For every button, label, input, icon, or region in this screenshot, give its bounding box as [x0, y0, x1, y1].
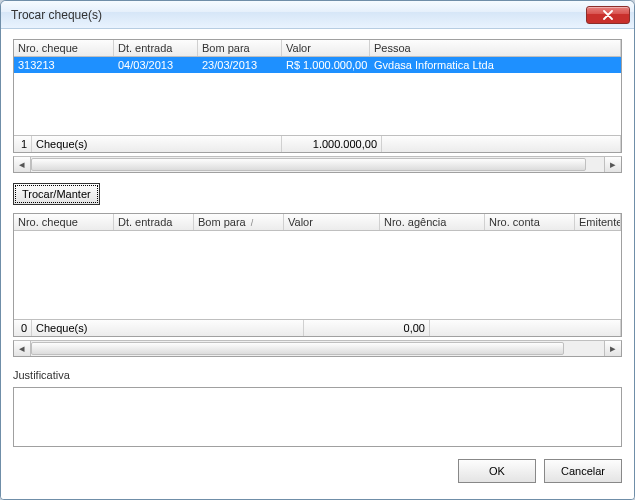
scroll-thumb[interactable]: [31, 342, 564, 355]
grid1-header-row: Nro. cheque Dt. entrada Bom para Valor P…: [14, 40, 621, 57]
grid2-count-label: Cheque(s): [32, 320, 304, 336]
grid1-col-valor[interactable]: Valor: [282, 40, 370, 56]
scroll-right-button[interactable]: ▸: [604, 341, 621, 356]
grid1-col-pessoa[interactable]: Pessoa: [370, 40, 621, 56]
grid2-count-num: 0: [14, 320, 32, 336]
grid2-col-ag[interactable]: Nro. agência: [380, 214, 485, 230]
sort-indicator-icon: /: [251, 218, 254, 228]
table-row[interactable]: 313213 04/03/2013 23/03/2013 R$ 1.000.00…: [14, 57, 621, 73]
grid1-count-label: Cheque(s): [32, 136, 282, 152]
cell-bom: 23/03/2013: [198, 57, 282, 73]
grid1-col-nro[interactable]: Nro. cheque: [14, 40, 114, 56]
grid2-col-emit[interactable]: Emitente: [575, 214, 621, 230]
trocar-manter-button[interactable]: Trocar/Manter: [13, 183, 100, 205]
grid1-count-num: 1: [14, 136, 32, 152]
scroll-left-button[interactable]: ◂: [14, 157, 31, 172]
target-cheques-grid[interactable]: Nro. cheque Dt. entrada Bom para / Valor…: [13, 213, 622, 337]
justificativa-textarea[interactable]: [13, 387, 622, 447]
grid2-body: [14, 231, 621, 319]
cell-pessoa: Gvdasa Informatica Ltda: [370, 57, 621, 73]
grid1-hscrollbar[interactable]: ◂ ▸: [13, 156, 622, 173]
grid1-col-dt[interactable]: Dt. entrada: [114, 40, 198, 56]
scroll-track[interactable]: [31, 341, 604, 356]
grid2-total: 0,00: [304, 320, 430, 336]
justificativa-label: Justificativa: [13, 367, 622, 383]
client-area: Nro. cheque Dt. entrada Bom para Valor P…: [1, 29, 634, 499]
middle-toolbar: Trocar/Manter: [13, 177, 622, 209]
grid2-header-row: Nro. cheque Dt. entrada Bom para / Valor…: [14, 214, 621, 231]
cancel-button[interactable]: Cancelar: [544, 459, 622, 483]
grid2-col-bom-label: Bom para: [198, 216, 246, 228]
grid2-foot-spacer: [430, 320, 621, 336]
ok-button[interactable]: OK: [458, 459, 536, 483]
cell-valor: R$ 1.000.000,00: [282, 57, 370, 73]
dialog-footer: OK Cancelar: [13, 451, 622, 483]
cell-nro: 313213: [14, 57, 114, 73]
source-cheques-grid[interactable]: Nro. cheque Dt. entrada Bom para Valor P…: [13, 39, 622, 153]
cell-dt: 04/03/2013: [114, 57, 198, 73]
grid1-col-bom[interactable]: Bom para: [198, 40, 282, 56]
window-title: Trocar cheque(s): [11, 8, 586, 22]
close-button[interactable]: [586, 6, 630, 24]
grid2-col-dt[interactable]: Dt. entrada: [114, 214, 194, 230]
scroll-right-button[interactable]: ▸: [604, 157, 621, 172]
grid2-hscrollbar[interactable]: ◂ ▸: [13, 340, 622, 357]
grid1-total: 1.000.000,00: [282, 136, 382, 152]
scroll-track[interactable]: [31, 157, 604, 172]
scroll-thumb[interactable]: [31, 158, 586, 171]
dialog-window: Trocar cheque(s) Nro. cheque Dt. entrada…: [0, 0, 635, 500]
grid1-foot-spacer: [382, 136, 621, 152]
grid1-body: 313213 04/03/2013 23/03/2013 R$ 1.000.00…: [14, 57, 621, 135]
grid2-footer: 0 Cheque(s) 0,00: [14, 319, 621, 336]
titlebar: Trocar cheque(s): [1, 1, 634, 29]
grid2-col-nro[interactable]: Nro. cheque: [14, 214, 114, 230]
grid1-footer: 1 Cheque(s) 1.000.000,00: [14, 135, 621, 152]
grid2-col-bom[interactable]: Bom para /: [194, 214, 284, 230]
grid2-col-conta[interactable]: Nro. conta: [485, 214, 575, 230]
close-icon: [603, 10, 613, 20]
scroll-left-button[interactable]: ◂: [14, 341, 31, 356]
grid2-col-valor[interactable]: Valor: [284, 214, 380, 230]
